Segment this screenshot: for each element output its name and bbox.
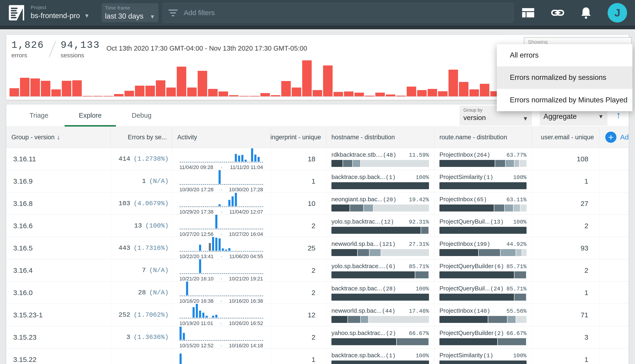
histogram-bar[interactable] (10, 88, 19, 96)
histogram-bar[interactable] (375, 92, 385, 96)
column-header[interactable]: Errors by se... (111, 127, 172, 148)
tab-explore[interactable]: Explore (65, 104, 116, 126)
hostname-cell[interactable]: rdkbacktrace.stb....(48)11.59% (326, 148, 434, 170)
column-header[interactable]: route.name - distribution (434, 127, 532, 148)
histogram-bar[interactable] (386, 94, 395, 96)
column-header[interactable]: Activity (172, 127, 271, 148)
table-row[interactable]: 3.16.5443(1.7316%)10/22/20 13:41·11/06/2… (6, 237, 629, 259)
histogram-bar[interactable] (459, 82, 468, 96)
histogram-bar[interactable] (334, 92, 343, 96)
histogram-bar[interactable] (428, 89, 437, 96)
histogram-bar[interactable] (396, 96, 406, 96)
activity-cell[interactable]: 10/19/20 11:01·10/26/20 16:52 (172, 304, 271, 326)
route-name-cell[interactable]: ProjectInbox(199)44.92% (434, 237, 532, 259)
backtrace-logo-icon[interactable] (9, 5, 24, 20)
histogram-bar[interactable] (344, 92, 353, 96)
histogram-bar[interactable] (187, 88, 197, 96)
hostname-cell[interactable]: newworld.sp.ba...(121)27.31% (326, 237, 434, 259)
hostname-cell[interactable]: neongiant.sp.bac...(20)19.42% (326, 192, 434, 214)
histogram-bar[interactable] (469, 90, 479, 96)
route-name-cell[interactable]: ProjectQueryBuilder(2)66.67% (434, 326, 532, 348)
activity-cell[interactable]: 10/27/20 12:56·10/27/20 16:04 (172, 215, 271, 237)
histogram-bar[interactable] (177, 66, 186, 96)
dashboard-icon[interactable] (522, 8, 535, 18)
column-header[interactable]: user.email - unique (532, 127, 599, 148)
activity-cell[interactable]: 10/16/20 16:38·10/16/20 16:38 (172, 282, 271, 304)
scroll-top-icon[interactable]: ↑ (616, 110, 621, 121)
sort-desc-icon[interactable]: ↓ (57, 134, 60, 141)
hostname-cell[interactable]: yahoo.sp.backtrac...(2)66.67% (326, 326, 434, 348)
activity-cell[interactable]: 11/04/20 09:28·11/11/20 11:04 (172, 148, 271, 170)
histogram-bar[interactable] (260, 93, 270, 96)
histogram-bar[interactable] (31, 78, 40, 96)
showing-menu-option[interactable]: All errors (497, 44, 632, 66)
tab-debug[interactable]: Debug (116, 104, 167, 126)
histogram-bar[interactable] (302, 60, 312, 96)
activity-cell[interactable]: 10/21/20 16:10·10/21/20 19:21 (172, 259, 271, 281)
table-row[interactable]: 3.16.91(N/A)10/30/20 17:28·10/30/20 17:2… (6, 170, 629, 192)
route-name-cell[interactable]: ProjectInbox(140)55.56% (434, 304, 532, 326)
bell-icon[interactable] (581, 7, 591, 19)
histogram-bar[interactable] (114, 94, 124, 96)
activity-cell[interactable] (172, 348, 271, 364)
histogram-bar[interactable] (83, 96, 92, 96)
route-name-cell[interactable]: ProjectSimilarity(1)100% (434, 348, 532, 364)
table-row[interactable]: 3.15.221backtrace.sp.back...(1)100%Proje… (6, 348, 629, 364)
histogram-bar[interactable] (93, 96, 103, 96)
table-row[interactable]: 3.16.47(N/A)10/21/20 16:10·10/21/20 19:2… (6, 259, 629, 282)
add-column-label[interactable]: Ad (620, 133, 629, 141)
histogram-bar[interactable] (438, 91, 448, 96)
activity-cell[interactable]: 10/22/20 13:41·11/06/20 04:55 (172, 237, 271, 259)
table-row[interactable]: 3.15.23-1252(1.7062%)10/19/20 11:01·10/2… (6, 304, 629, 326)
link-icon[interactable] (551, 8, 564, 18)
histogram-bar[interactable] (313, 90, 322, 96)
showing-menu-option[interactable]: Errors normalized by Minutes Played (497, 89, 632, 111)
histogram-bar[interactable] (448, 70, 458, 96)
activity-cell[interactable]: 10/15/20 12:52·10/16/20 14:18 (172, 326, 271, 348)
route-name-cell[interactable]: ProjectQueryBuil...(24)85.71% (434, 282, 532, 304)
histogram-bar[interactable] (208, 89, 218, 96)
histogram-bar[interactable] (166, 88, 176, 96)
histogram-bar[interactable] (135, 86, 145, 96)
column-header[interactable]: Group - version↓ (6, 127, 111, 148)
histogram-bar[interactable] (125, 91, 134, 96)
add-column-icon[interactable]: + (605, 132, 616, 143)
histogram-bar[interactable] (72, 80, 82, 96)
add-filters-input[interactable]: Add filters (163, 3, 514, 23)
histogram-bar[interactable] (198, 71, 207, 96)
hostname-cell[interactable]: newworld.sp.bac...(44)17.46% (326, 304, 434, 326)
histogram-bar[interactable] (292, 88, 301, 96)
histogram-bar[interactable] (480, 84, 489, 96)
user-avatar[interactable]: J (607, 3, 627, 22)
column-header[interactable]: hostname - distribution (326, 127, 434, 148)
project-select[interactable]: Project bs-frontend-pro (31, 5, 80, 20)
histogram-bar[interactable] (20, 78, 30, 96)
histogram-bar[interactable] (354, 92, 364, 96)
table-row[interactable]: 3.16.8103(4.0679%)10/29/20 17:38·11/04/2… (6, 192, 629, 215)
column-header[interactable]: fingerprint - unique (271, 127, 326, 148)
histogram-bar[interactable] (156, 80, 165, 96)
route-name-cell[interactable]: ProjectInbox(65)63.11% (434, 192, 532, 214)
project-caret-icon[interactable]: ▼ (84, 12, 90, 19)
activity-cell[interactable]: 10/30/20 17:28·10/30/20 17:28 (172, 170, 271, 192)
histogram-bar[interactable] (145, 86, 155, 96)
route-name-cell[interactable]: ProjectQueryBuil...(13)100% (434, 215, 532, 237)
histogram-bar[interactable] (51, 90, 61, 96)
tab-triage[interactable]: Triage (13, 104, 65, 126)
table-row[interactable]: 3.15.233(1.3636%)10/15/20 12:52·10/16/20… (6, 326, 629, 348)
histogram-bar[interactable] (365, 96, 374, 96)
histogram-bar[interactable] (417, 90, 427, 96)
histogram-bar[interactable] (271, 95, 280, 96)
histogram-bar[interactable] (323, 66, 333, 96)
histogram-bar[interactable] (62, 81, 71, 96)
histogram-bar[interactable] (229, 95, 239, 96)
hostname-cell[interactable]: backtrace.sp.back...(1)100% (326, 348, 434, 364)
route-name-cell[interactable]: ProjectQueryBuilder(6)85.71% (434, 259, 532, 281)
histogram-bar[interactable] (407, 86, 416, 96)
route-name-cell[interactable]: ProjectInbox(264)63.77% (434, 148, 532, 170)
histogram-bar[interactable] (219, 92, 228, 96)
histogram-bar[interactable] (104, 96, 113, 96)
histogram-bar[interactable] (250, 96, 259, 96)
histogram-bar[interactable] (281, 81, 291, 96)
table-row[interactable]: 3.16.11414(1.2738%)11/04/20 09:28·11/11/… (6, 148, 629, 170)
